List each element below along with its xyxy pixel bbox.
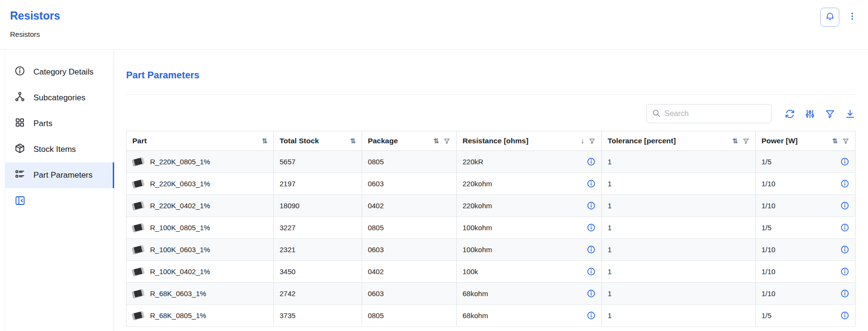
column-header-part[interactable]: Part ⇅ xyxy=(127,131,274,151)
grid-icon xyxy=(14,117,25,130)
power-cell: 1/10 xyxy=(755,239,855,261)
total-stock-cell: 5657 xyxy=(274,151,362,173)
column-filter-icon[interactable] xyxy=(589,138,596,145)
kebab-icon xyxy=(847,11,857,23)
part-cell: R_220K_0402_1% xyxy=(127,195,274,217)
bell-icon xyxy=(825,11,835,23)
table-body: R_220K_0805_1% 5657 0805 220kR 1 1/5 xyxy=(127,151,856,327)
column-filter-icon[interactable] xyxy=(443,138,450,145)
resistance-cell: 220kohm xyxy=(457,173,602,195)
power-cell: 1/5 xyxy=(755,217,855,239)
sort-icon[interactable]: ⇅ xyxy=(262,137,268,145)
part-name: R_68K_0805_1% xyxy=(150,311,206,320)
info-icon[interactable] xyxy=(840,179,849,188)
list-icon xyxy=(14,169,25,182)
info-icon[interactable] xyxy=(840,245,849,254)
table-row[interactable]: R_100K_0402_1% 3450 0402 100k 1 1/10 xyxy=(127,261,856,283)
part-thumbnail xyxy=(132,157,144,166)
table-row[interactable]: R_68K_0805_1% 3735 0805 68kohm 1 1/5 xyxy=(127,305,856,327)
info-icon[interactable] xyxy=(840,223,849,232)
section-title: Part Parameters xyxy=(126,70,856,81)
info-icon[interactable] xyxy=(587,157,596,166)
total-stock-cell: 3450 xyxy=(274,261,362,283)
sort-icon[interactable]: ⇅ xyxy=(732,137,738,145)
tolerance-cell: 1 xyxy=(601,195,755,217)
info-icon[interactable] xyxy=(587,289,596,298)
table-row[interactable]: R_220K_0402_1% 18090 0402 220kohm 1 1/10 xyxy=(127,195,856,217)
sidebar-item-category-details[interactable]: Category Details xyxy=(5,59,114,85)
info-icon[interactable] xyxy=(587,311,596,320)
search-input[interactable] xyxy=(664,109,766,118)
app-header: Resistors Resistors xyxy=(0,0,868,50)
sidebar-item-label: Part Parameters xyxy=(33,171,93,180)
download-icon[interactable] xyxy=(845,108,856,119)
table-row[interactable]: R_220K_0603_1% 2197 0603 220kohm 1 1/10 xyxy=(127,173,856,195)
total-stock-cell: 2197 xyxy=(274,173,362,195)
tolerance-cell: 1 xyxy=(601,283,755,305)
column-filter-icon[interactable] xyxy=(742,138,750,145)
notifications-button[interactable] xyxy=(820,8,839,27)
resistance-value: 100k xyxy=(462,267,478,276)
table-header-row: Part ⇅ Total Stock ⇅ Package ⇅ xyxy=(127,131,856,151)
info-icon[interactable] xyxy=(587,201,596,210)
search-icon xyxy=(652,108,661,119)
part-thumbnail xyxy=(132,245,144,254)
table-row[interactable]: R_100K_0603_1% 2321 0603 100kohm 1 1/10 xyxy=(127,239,856,261)
part-cell: R_100K_0603_1% xyxy=(127,239,274,261)
filter-icon[interactable] xyxy=(825,108,836,119)
table-row[interactable]: R_220K_0805_1% 5657 0805 220kR 1 1/5 xyxy=(127,151,856,173)
info-icon[interactable] xyxy=(587,223,596,232)
info-icon[interactable] xyxy=(840,157,849,166)
sort-icon[interactable]: ⇅ xyxy=(832,137,838,145)
total-stock-cell: 2742 xyxy=(274,283,362,305)
sidebar-item-parts[interactable]: Parts xyxy=(5,111,114,137)
sort-desc-icon[interactable]: ↓ xyxy=(581,137,584,145)
resistance-value: 68kohm xyxy=(462,289,488,298)
power-cell: 1/5 xyxy=(755,305,855,327)
resistance-cell: 68kohm xyxy=(457,283,602,305)
sidebar-item-part-parameters[interactable]: Part Parameters xyxy=(5,162,114,188)
info-icon[interactable] xyxy=(587,267,596,276)
info-icon[interactable] xyxy=(840,289,849,298)
table-row[interactable]: R_68K_0603_1% 2742 0603 68kohm 1 1/10 xyxy=(127,283,856,305)
info-icon[interactable] xyxy=(840,311,849,320)
part-name: R_68K_0603_1% xyxy=(150,289,206,298)
power-cell: 1/10 xyxy=(755,173,855,195)
info-icon[interactable] xyxy=(587,179,596,188)
resistance-value: 220kohm xyxy=(462,180,492,188)
column-header-total-stock[interactable]: Total Stock ⇅ xyxy=(274,131,362,151)
column-header-power[interactable]: Power [W] ⇅ xyxy=(755,131,855,151)
column-header-package[interactable]: Package ⇅ xyxy=(362,131,456,151)
table-row[interactable]: R_100K_0805_1% 3227 0805 100kohm 1 1/5 xyxy=(127,217,856,239)
header-actions xyxy=(820,8,857,27)
sort-icon[interactable]: ⇅ xyxy=(434,137,439,145)
package-cell: 0805 xyxy=(362,217,456,239)
sidebar-item-subcategories[interactable]: Subcategories xyxy=(5,85,114,111)
resistance-cell: 100k xyxy=(457,261,602,283)
total-stock-cell: 2321 xyxy=(274,239,362,261)
power-value: 1/5 xyxy=(761,224,772,232)
resistance-cell: 220kR xyxy=(457,151,602,173)
resistance-value: 100kohm xyxy=(462,224,492,232)
column-header-tolerance[interactable]: Tolerance [percent] ⇅ xyxy=(601,131,755,151)
part-name: R_100K_0603_1% xyxy=(150,246,210,254)
sidebar-item-stock-items[interactable]: Stock Items xyxy=(5,137,114,162)
info-icon[interactable] xyxy=(587,245,596,254)
column-settings-icon[interactable] xyxy=(804,108,815,119)
info-icon[interactable] xyxy=(840,201,849,210)
info-icon[interactable] xyxy=(840,267,849,276)
column-header-resistance[interactable]: Resistance [ohms] ↓ xyxy=(457,131,602,151)
sort-icon[interactable]: ⇅ xyxy=(350,137,356,145)
sidebar-footer xyxy=(5,188,114,208)
power-cell: 1/10 xyxy=(755,195,855,217)
collapse-sidebar-icon[interactable] xyxy=(14,195,26,206)
column-filter-icon[interactable] xyxy=(842,138,849,145)
sidebar-item-label: Subcategories xyxy=(33,93,86,103)
resistance-cell: 68kohm xyxy=(457,305,602,327)
tolerance-cell: 1 xyxy=(601,217,755,239)
overflow-menu-button[interactable] xyxy=(847,11,857,24)
refresh-icon[interactable] xyxy=(784,108,795,119)
part-thumbnail xyxy=(132,289,144,298)
section-divider xyxy=(126,94,856,95)
part-thumbnail xyxy=(132,223,144,232)
